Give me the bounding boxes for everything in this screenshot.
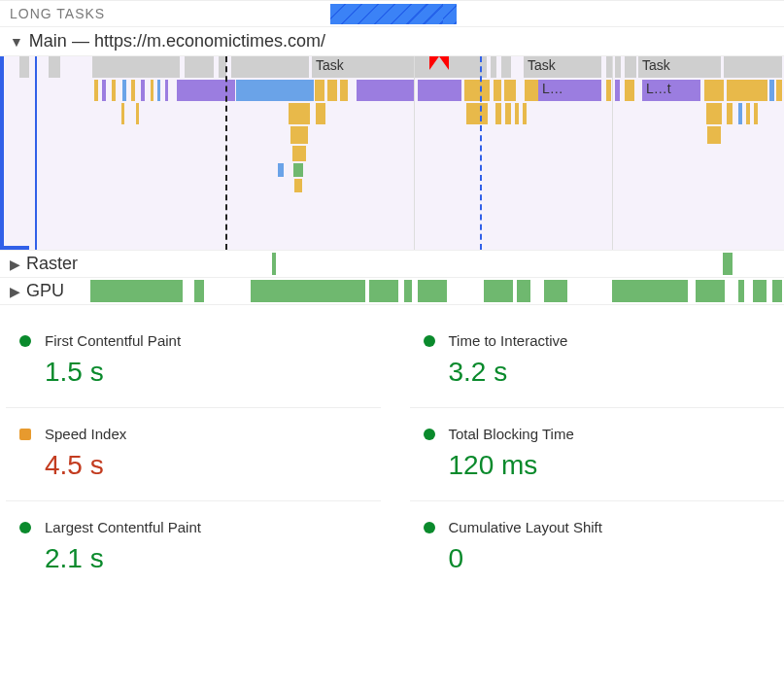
task-bar[interactable] <box>724 56 782 78</box>
flame-bar[interactable] <box>294 179 302 192</box>
long-task-block[interactable] <box>330 4 457 24</box>
gpu-bar[interactable] <box>696 280 725 302</box>
flame-bar[interactable] <box>525 80 538 101</box>
flame-bar[interactable] <box>495 103 501 124</box>
task-bar[interactable] <box>615 56 621 78</box>
flame-bar[interactable] <box>615 80 620 101</box>
flame-bar[interactable] <box>121 103 124 124</box>
flame-bar[interactable] <box>523 103 527 124</box>
flame-bar[interactable] <box>606 80 611 101</box>
flame-bar[interactable] <box>165 80 168 101</box>
status-dot-icon <box>424 522 435 533</box>
raster-bar[interactable] <box>723 253 733 275</box>
expand-icon[interactable]: ▶ <box>10 284 20 299</box>
flame-bar[interactable] <box>316 103 325 124</box>
flame-bar[interactable] <box>466 103 488 124</box>
metric-value: 0 <box>449 543 773 574</box>
metric-tti: Time to Interactive 3.2 s <box>410 315 785 408</box>
gpu-bar[interactable] <box>753 280 767 302</box>
flame-bar[interactable] <box>418 80 461 101</box>
flame-bar[interactable] <box>236 80 314 101</box>
flame-bar[interactable] <box>131 80 135 101</box>
metric-value: 120 ms <box>449 450 773 481</box>
gpu-bar[interactable] <box>544 280 567 302</box>
metric-name: Cumulative Layout Shift <box>449 519 602 535</box>
raster-bar[interactable] <box>272 253 276 275</box>
status-dot-icon <box>19 429 31 440</box>
task-label: Task <box>524 57 556 73</box>
gpu-bar[interactable] <box>517 280 530 302</box>
flame-bar[interactable] <box>315 80 324 101</box>
flame-bar[interactable] <box>94 80 98 101</box>
flame-bar[interactable] <box>141 80 145 101</box>
flame-bar[interactable] <box>746 103 750 124</box>
status-dot-icon <box>19 522 31 533</box>
flame-bar[interactable] <box>327 80 337 101</box>
flame-bar[interactable] <box>340 80 348 101</box>
flame-bar[interactable] <box>464 80 490 101</box>
task-bar[interactable] <box>185 56 214 78</box>
flame-bar[interactable] <box>515 103 519 124</box>
flame-bar[interactable] <box>505 103 511 124</box>
flame-bar[interactable] <box>727 103 733 124</box>
task-bar[interactable] <box>49 56 60 78</box>
flame-bar[interactable] <box>292 146 306 161</box>
gpu-track[interactable]: ▶ GPU <box>0 278 784 305</box>
main-flame-chart[interactable]: Task Task Task L… <box>0 56 784 251</box>
flame-bar[interactable] <box>151 80 153 101</box>
expand-icon[interactable]: ▶ <box>10 257 20 272</box>
task-label: Task <box>312 57 344 73</box>
flame-bar[interactable] <box>122 80 126 101</box>
flame-bar[interactable] <box>293 163 303 177</box>
flame-bar[interactable] <box>769 80 774 101</box>
flame-bar[interactable] <box>157 80 160 101</box>
task-bar[interactable] <box>606 56 612 78</box>
gpu-bar[interactable] <box>418 280 447 302</box>
main-track-header[interactable]: ▼ Main — https://m.economictimes.com/ <box>0 27 784 56</box>
metric-fcp: First Contentful Paint 1.5 s <box>6 315 381 408</box>
status-dot-icon <box>19 335 31 347</box>
flame-bar[interactable] <box>704 80 724 101</box>
selection-edge <box>0 246 29 250</box>
task-bar[interactable] <box>19 56 29 78</box>
flame-bar[interactable] <box>278 163 284 177</box>
flame-bar[interactable] <box>112 80 116 101</box>
task-bar[interactable] <box>625 56 636 78</box>
flame-bar[interactable] <box>707 126 721 144</box>
flame-bar[interactable] <box>706 103 722 124</box>
flame-bar[interactable] <box>289 103 310 124</box>
task-bar[interactable] <box>219 56 226 78</box>
gpu-bar[interactable] <box>738 280 744 302</box>
gpu-bar[interactable] <box>251 280 365 302</box>
gpu-bar[interactable] <box>90 280 183 302</box>
collapse-icon[interactable]: ▼ <box>10 34 23 50</box>
metric-name: Speed Index <box>45 426 126 442</box>
gpu-bar[interactable] <box>194 280 204 302</box>
flame-bar[interactable] <box>727 80 767 101</box>
raster-track[interactable]: ▶ Raster <box>0 251 784 278</box>
metric-value: 4.5 s <box>45 450 369 481</box>
flame-bar[interactable] <box>625 80 634 101</box>
flame-bar[interactable] <box>738 103 742 124</box>
flame-bar[interactable] <box>494 80 501 101</box>
gpu-bar[interactable] <box>612 280 688 302</box>
flame-bar[interactable] <box>504 80 516 101</box>
task-bar[interactable] <box>501 56 511 78</box>
gpu-bar[interactable] <box>772 280 782 302</box>
flame-bar[interactable] <box>290 126 308 144</box>
gpu-bar[interactable] <box>369 280 398 302</box>
flame-bar[interactable] <box>357 80 415 101</box>
metric-value: 2.1 s <box>45 543 369 574</box>
flame-bar[interactable] <box>136 103 139 124</box>
task-bar[interactable] <box>231 56 309 78</box>
flame-bar[interactable] <box>177 80 235 101</box>
task-bar[interactable] <box>92 56 180 78</box>
metric-cls: Cumulative Layout Shift 0 <box>410 501 785 594</box>
task-bar[interactable] <box>491 56 496 78</box>
flame-bar[interactable] <box>776 80 782 101</box>
gpu-bar[interactable] <box>484 280 513 302</box>
flame-bar[interactable] <box>754 103 758 124</box>
gpu-bar[interactable] <box>404 280 412 302</box>
status-dot-icon <box>424 429 435 440</box>
flame-bar[interactable] <box>102 80 106 101</box>
